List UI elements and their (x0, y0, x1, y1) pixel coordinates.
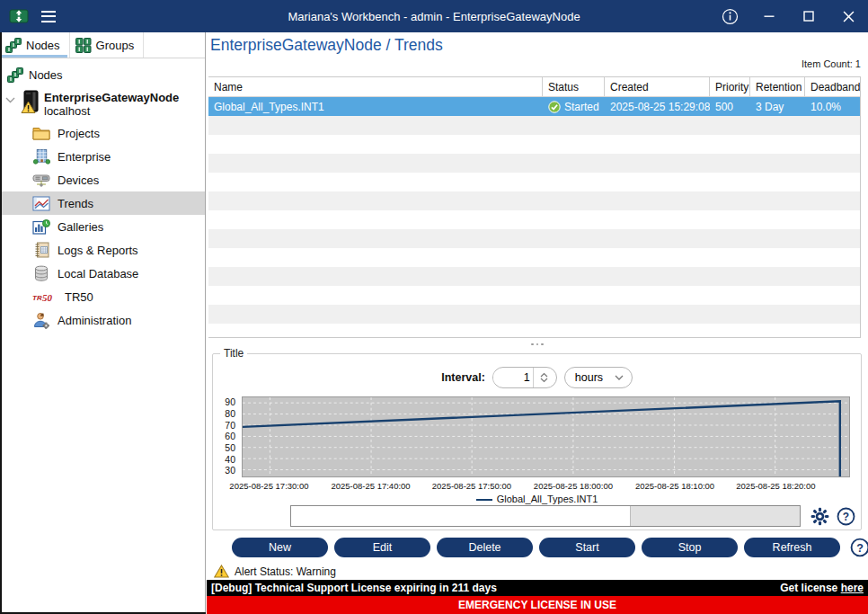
table-row[interactable] (208, 267, 860, 286)
action-buttons: New Edit Delete Start Stop Refresh ? (232, 538, 868, 557)
table-row[interactable] (208, 324, 860, 338)
stop-button[interactable]: Stop (642, 538, 738, 557)
edit-button[interactable]: Edit (334, 538, 430, 557)
sidebar-item-label: Projects (58, 127, 100, 140)
warning-icon (214, 565, 229, 578)
stepper-arrows-icon[interactable] (533, 368, 554, 387)
scrollbar-thumb[interactable] (291, 506, 630, 526)
chevron-down-icon (615, 375, 624, 380)
delete-button[interactable]: Delete (437, 538, 533, 557)
new-button[interactable]: New (232, 538, 328, 557)
column-header-status[interactable]: Status (543, 77, 605, 96)
maximize-button[interactable] (789, 0, 828, 32)
sidebar-item-enterprise[interactable]: Enterprise (0, 145, 205, 168)
splitter-handle[interactable] (207, 341, 868, 348)
tab-groups[interactable]: Groups (70, 32, 145, 58)
nodes-icon (7, 67, 23, 83)
column-header-retention[interactable]: Retention (750, 77, 805, 96)
titlebar: Mariana's Workbench - admin - Enterprise… (0, 0, 868, 32)
table-row[interactable] (208, 229, 860, 248)
refresh-button[interactable]: Refresh (744, 538, 840, 557)
sidebar-item-local-database[interactable]: Local Database (0, 262, 205, 285)
app-window: Mariana's Workbench - admin - Enterprise… (0, 0, 868, 614)
sidebar-item-label: Logs & Reports (58, 244, 138, 257)
table-row[interactable] (208, 248, 860, 267)
root-node-host: localhost (44, 104, 179, 118)
emergency-license-banner: EMERGENCY LICENSE IN USE (207, 596, 868, 614)
chart-scrollbar[interactable] (290, 505, 801, 527)
sidebar-item-label: Enterprise (58, 150, 111, 164)
sidebar-item-galleries[interactable]: Galleries (0, 215, 205, 238)
trends-table: Name Status Created Priority Retention D… (208, 76, 861, 338)
sidebar-item-projects[interactable]: Projects (0, 121, 205, 145)
gateway-node-icon (21, 90, 40, 114)
database-icon (32, 265, 50, 281)
sidebar-item-administration[interactable]: Administration (0, 308, 205, 332)
svg-text:TR: TR (32, 294, 42, 302)
enterprise-icon (32, 148, 50, 165)
table-row[interactable] (208, 305, 860, 324)
node-tree: Nodes EnterpriseGatewayNode localhost (0, 58, 205, 332)
interval-input[interactable] (493, 371, 533, 384)
cell-deadband: 10.0% (805, 101, 860, 113)
gear-icon[interactable] (810, 507, 829, 526)
emergency-license-text: EMERGENCY LICENSE IN USE (458, 599, 616, 611)
chevron-down-icon[interactable] (2, 90, 17, 103)
interval-unit-select[interactable]: hours (564, 367, 633, 388)
status-text: Started (564, 101, 599, 113)
table-header: Name Status Created Priority Retention D… (208, 77, 860, 97)
scrollbar-track[interactable] (630, 506, 800, 526)
get-license-link[interactable]: here (841, 582, 864, 594)
sidebar-item-label: Galleries (58, 220, 103, 234)
alert-status-text: Alert Status: Warning (235, 565, 336, 578)
tree-root-node[interactable]: EnterpriseGatewayNode localhost (0, 88, 205, 121)
table-row[interactable] (208, 154, 860, 173)
menu-icon[interactable] (41, 11, 56, 22)
column-header-priority[interactable]: Priority (710, 77, 750, 96)
minimize-button[interactable] (749, 0, 789, 32)
interval-unit-value: hours (575, 371, 603, 384)
breadcrumb: EnterpriseGatewayNode / Trends (210, 36, 443, 55)
column-header-deadband[interactable]: Deadband (805, 77, 860, 96)
groups-icon (75, 38, 92, 53)
info-icon[interactable] (710, 0, 749, 32)
cell-retention: 3 Day (750, 101, 805, 113)
admin-user-icon (32, 312, 50, 329)
chart-scroll-row: ? (290, 504, 865, 528)
table-row-selected[interactable]: Global_All_Types.INT1 Started 2025-08-25… (208, 97, 860, 116)
trend-chart[interactable] (242, 396, 850, 477)
sidebar-item-trends[interactable]: Trends (0, 191, 205, 215)
start-button[interactable]: Start (539, 538, 635, 557)
table-row[interactable] (208, 210, 860, 229)
sidebar: Nodes Groups Nodes (0, 32, 206, 614)
app-icon[interactable] (9, 7, 29, 25)
get-license-prefix: Get license (780, 582, 837, 594)
license-debug-bar: [Debug] Technical Support License expiri… (207, 580, 868, 596)
svg-text:50: 50 (42, 292, 53, 303)
column-header-created[interactable]: Created (605, 77, 710, 96)
sidebar-item-tr50[interactable]: TR50 TR50 (0, 285, 205, 308)
help-icon[interactable]: ? (837, 507, 855, 526)
close-button[interactable] (828, 0, 868, 32)
table-row[interactable] (208, 173, 860, 191)
sidebar-item-devices[interactable]: Devices (0, 168, 205, 191)
tree-header-nodes[interactable]: Nodes (0, 64, 205, 88)
interval-controls: Interval: hours (213, 367, 861, 388)
sidebar-item-logs-reports[interactable]: Logs & Reports (0, 238, 205, 262)
tab-nodes[interactable]: Nodes (0, 32, 70, 58)
table-row[interactable] (208, 116, 860, 135)
trends-icon (32, 196, 50, 211)
table-row[interactable] (208, 135, 860, 154)
help-icon[interactable]: ? (850, 538, 868, 557)
svg-text:?: ? (843, 511, 849, 523)
sidebar-tabbar: Nodes Groups (0, 32, 205, 58)
sidebar-item-label: Trends (58, 197, 93, 210)
legend-series-name: Global_All_Types.INT1 (497, 494, 598, 504)
main-content: EnterpriseGatewayNode / Trends Item Coun… (207, 32, 868, 614)
column-header-name[interactable]: Name (208, 77, 543, 96)
table-row[interactable] (208, 286, 860, 305)
table-row[interactable] (208, 191, 860, 210)
sidebar-item-label: Administration (58, 314, 131, 327)
window-left-border (0, 32, 2, 614)
root-node-name: EnterpriseGatewayNode (44, 91, 179, 104)
